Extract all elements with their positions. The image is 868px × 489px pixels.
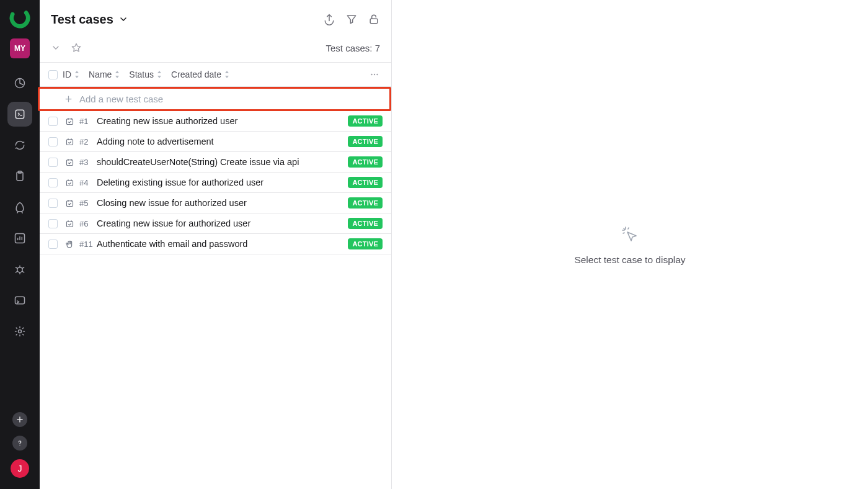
automated-icon	[65, 158, 74, 167]
row-id: #1	[79, 117, 92, 126]
row-checkbox[interactable]	[48, 117, 58, 126]
row-checkbox[interactable]	[48, 219, 58, 228]
svg-point-6	[17, 267, 22, 272]
status-badge: ACTIVE	[348, 115, 383, 127]
plus-icon	[64, 94, 73, 104]
export-icon[interactable]	[323, 13, 335, 25]
svg-point-12	[374, 74, 375, 75]
table-row[interactable]: #11 Authenticate with email and password…	[40, 234, 391, 254]
table-header: ID Name Status Created date	[40, 63, 391, 87]
automated-icon	[65, 137, 74, 146]
column-created[interactable]: Created date	[171, 70, 230, 79]
collapse-icon[interactable]	[51, 43, 61, 53]
status-badge: ACTIVE	[348, 197, 383, 209]
table-row[interactable]: #3 shouldCreateUserNote(String) Create i…	[40, 152, 391, 173]
status-badge: ACTIVE	[348, 136, 383, 147]
automated-icon	[65, 219, 74, 228]
help-button[interactable]	[12, 436, 27, 451]
add-test-case-label: Add a new test case	[79, 94, 163, 104]
table-row[interactable]: #1 Creating new issue authorized user AC…	[40, 111, 391, 132]
svg-point-11	[371, 74, 372, 75]
sort-icon	[156, 71, 162, 78]
row-name: Authenticate with email and password	[97, 239, 343, 249]
row-id: #3	[79, 158, 92, 167]
app-sidebar: MY	[0, 0, 40, 489]
row-name: Deleting existing issue for authorized u…	[97, 177, 343, 187]
more-columns-icon[interactable]	[369, 69, 383, 80]
automated-icon	[65, 199, 74, 208]
detail-panel: Select test case to display	[392, 0, 868, 489]
status-badge: ACTIVE	[348, 177, 383, 188]
svg-point-8	[19, 330, 22, 333]
chevron-down-icon[interactable]	[118, 14, 128, 24]
project-badge[interactable]: MY	[10, 38, 30, 58]
filter-icon[interactable]	[345, 13, 358, 25]
manual-icon	[65, 240, 74, 249]
column-status[interactable]: Status	[129, 70, 162, 79]
test-case-rows: #1 Creating new issue authorized user AC…	[40, 111, 391, 254]
status-badge: ACTIVE	[348, 218, 383, 229]
nav-analytics[interactable]	[7, 226, 32, 251]
add-test-case-row[interactable]: Add a new test case	[38, 87, 391, 111]
svg-rect-17	[67, 180, 73, 186]
row-id: #5	[79, 199, 92, 208]
sort-icon	[114, 71, 120, 78]
svg-rect-7	[16, 297, 25, 304]
automated-icon	[65, 117, 74, 126]
nav-defects[interactable]	[7, 257, 32, 282]
test-case-count: Test cases: 7	[326, 43, 380, 53]
row-id: #11	[79, 240, 92, 249]
table-row[interactable]: #2 Adding note to advertisement ACTIVE	[40, 132, 391, 152]
svg-rect-19	[67, 221, 73, 227]
lock-icon[interactable]	[368, 13, 380, 25]
user-avatar[interactable]: J	[11, 459, 29, 478]
nav-dashboard[interactable]	[7, 71, 32, 96]
status-badge: ACTIVE	[348, 238, 383, 249]
nav-launches[interactable]	[7, 195, 32, 220]
row-checkbox[interactable]	[48, 137, 58, 146]
select-all-checkbox[interactable]	[48, 70, 58, 79]
table-row[interactable]: #6 Creating new issue for authorized use…	[40, 213, 391, 234]
page-title: Test cases	[51, 12, 113, 27]
row-checkbox[interactable]	[48, 240, 58, 249]
favorite-icon[interactable]	[71, 42, 82, 53]
nav-clipboard[interactable]	[7, 164, 32, 189]
table-row[interactable]: #4 Deleting existing issue for authorize…	[40, 173, 391, 193]
panel-header: Test cases	[40, 0, 391, 38]
row-id: #6	[79, 219, 92, 228]
svg-point-13	[376, 74, 378, 75]
nav-test-cases[interactable]	[7, 102, 32, 127]
svg-rect-14	[67, 119, 73, 124]
add-button[interactable]	[12, 412, 27, 427]
row-name: shouldCreateUserNote(String) Create issu…	[97, 157, 343, 167]
row-name: Creating new issue authorized user	[97, 116, 343, 126]
test-cases-panel: Test cases Test cases: 7	[40, 0, 392, 489]
row-name: Closing new issue for authorized user	[97, 198, 343, 208]
row-name: Adding note to advertisement	[97, 137, 343, 146]
table-row[interactable]: #5 Closing new issue for authorized user…	[40, 193, 391, 213]
sort-icon	[74, 71, 80, 78]
column-name[interactable]: Name	[89, 70, 120, 79]
row-checkbox[interactable]	[48, 199, 58, 208]
svg-rect-10	[370, 19, 378, 23]
row-checkbox[interactable]	[48, 158, 58, 167]
nav-settings[interactable]	[7, 319, 32, 344]
svg-rect-15	[67, 139, 73, 145]
cursor-click-icon	[619, 223, 641, 246]
row-name: Creating new issue for authorized user	[97, 218, 343, 228]
svg-rect-18	[67, 200, 73, 206]
nav-jobs[interactable]	[7, 288, 32, 313]
row-checkbox[interactable]	[48, 178, 58, 187]
panel-subheader: Test cases: 7	[40, 38, 391, 63]
row-id: #4	[79, 178, 92, 187]
row-id: #2	[79, 137, 92, 146]
nav-sync[interactable]	[7, 133, 32, 158]
svg-rect-16	[67, 159, 73, 165]
svg-point-9	[19, 445, 20, 446]
automated-icon	[65, 178, 74, 187]
column-id[interactable]: ID	[63, 70, 84, 79]
status-badge: ACTIVE	[348, 156, 383, 168]
empty-state-text: Select test case to display	[574, 254, 685, 266]
svg-point-0	[9, 7, 30, 29]
app-logo[interactable]	[9, 7, 30, 29]
